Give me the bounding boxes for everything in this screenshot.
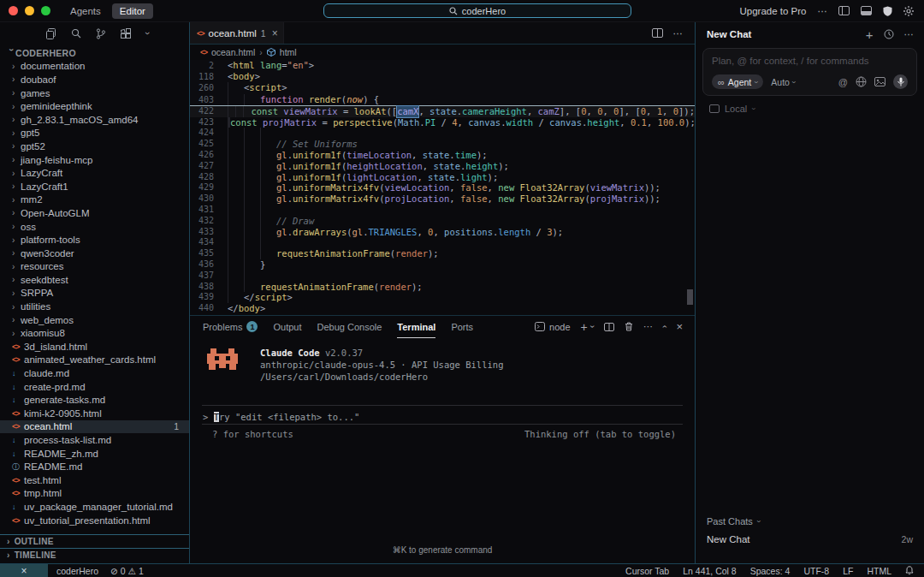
status-utf-8[interactable]: UTF-8: [803, 566, 829, 576]
tree-file[interactable]: <>tmp.html: [0, 487, 189, 501]
tree-folder[interactable]: ›doubaof: [0, 73, 189, 86]
tree-folder[interactable]: ›Open-AutoGLM: [0, 206, 189, 220]
past-chats-header[interactable]: Past Chats ›: [707, 516, 913, 526]
upgrade-to-pro-button[interactable]: Upgrade to Pro: [740, 6, 807, 16]
toggle-panel-icon[interactable]: [861, 6, 872, 15]
status-cursor-tab[interactable]: Cursor Tab: [625, 566, 669, 576]
maximize-panel-chevron-icon[interactable]: ›: [660, 325, 669, 328]
tree-file[interactable]: ↓process-task-list.md: [0, 433, 189, 447]
tree-folder[interactable]: ›documentation: [0, 60, 189, 74]
sidebar-section-timeline[interactable]: ›TIMELINE: [0, 548, 189, 562]
toggle-sidebar-icon[interactable]: [838, 6, 850, 15]
tree-file[interactable]: ↓README_zh.md: [0, 447, 189, 461]
tree-folder[interactable]: ›jiang-feishu-mcp: [0, 153, 189, 167]
search-sidebar-icon[interactable]: [71, 28, 81, 39]
explorer-icon[interactable]: [46, 28, 56, 39]
close-panel-icon[interactable]: ×: [676, 320, 683, 333]
tree-folder[interactable]: ›xiaomisu8: [0, 326, 189, 340]
tree-folder[interactable]: ›SRPPA: [0, 287, 189, 300]
terminal-prompt-input[interactable]: > Try "edit <filepath> to...": [203, 412, 359, 422]
chat-more-actions-icon[interactable]: ⋯: [904, 28, 915, 40]
tree-folder[interactable]: ›geminideepthink: [0, 99, 189, 113]
chat-input-placeholder[interactable]: Plan, @ for context, / for commands: [712, 56, 908, 66]
status-ln-441-col-8[interactable]: Ln 441, Col 8: [683, 566, 736, 576]
split-editor-icon[interactable]: [652, 28, 663, 38]
web-globe-icon[interactable]: [856, 76, 867, 87]
tree-folder[interactable]: ›gpt5: [0, 127, 189, 140]
tree-file[interactable]: ↓claude.md: [0, 366, 189, 380]
tree-folder[interactable]: ›resources: [0, 260, 189, 274]
source-control-icon[interactable]: [96, 28, 106, 39]
shield-icon[interactable]: [883, 6, 892, 16]
mode-tab-editor[interactable]: Editor: [112, 3, 153, 19]
tree-folder[interactable]: ›LazyCraft: [0, 166, 189, 180]
remote-indicator[interactable]: ×: [0, 564, 48, 577]
tree-file[interactable]: <>uv_tutorial_presentation.html: [0, 514, 189, 527]
code-editor[interactable]: 422const viewMatrix = lookAt([camX, stat…: [190, 106, 695, 315]
tree-folder[interactable]: ›qwen3coder: [0, 247, 189, 260]
more-views-chevron-icon[interactable]: ›: [143, 32, 153, 35]
voice-mic-icon[interactable]: [893, 74, 908, 89]
past-chat-item[interactable]: New Chat2w: [707, 534, 913, 544]
settings-gear-icon[interactable]: [903, 6, 914, 16]
terminal-dropdown-chevron-icon[interactable]: ›: [588, 325, 597, 328]
status-lf[interactable]: LF: [843, 566, 853, 576]
status-spaces-4[interactable]: Spaces: 4: [750, 566, 791, 576]
new-terminal-button[interactable]: +: [581, 320, 588, 334]
editor-more-actions-icon[interactable]: ⋯: [673, 27, 684, 39]
tree-file[interactable]: <>kimi-k2-0905.html: [0, 407, 189, 420]
zoom-window-button[interactable]: [41, 6, 50, 15]
tree-file[interactable]: ↓uv_package_manager_tutorial.md: [0, 500, 189, 514]
tree-folder[interactable]: ›web_demos: [0, 313, 189, 327]
kill-terminal-trash-icon[interactable]: [625, 322, 633, 331]
tree-root[interactable]: › CODERHERO: [0, 46, 189, 60]
problems-status[interactable]: ⊘ 0 ⚠ 1: [110, 566, 144, 576]
more-actions-icon[interactable]: ⋯: [818, 5, 828, 17]
mention-icon[interactable]: @: [838, 77, 848, 87]
tree-file[interactable]: <>test.html: [0, 473, 189, 487]
tab-ocean-html[interactable]: <> ocean.html 1 ×: [190, 22, 284, 44]
notifications-bell-icon[interactable]: [905, 566, 914, 575]
local-selector[interactable]: Local ›: [709, 104, 924, 114]
terminal-view[interactable]: Claude Code v2.0.37 anthropic/claude-opu…: [190, 338, 695, 563]
tab-close-icon[interactable]: ×: [272, 27, 278, 39]
model-selector[interactable]: Auto ›: [771, 77, 795, 87]
status-html[interactable]: HTML: [867, 566, 891, 576]
panel-tab-output[interactable]: Output: [273, 316, 301, 338]
breadcrumb-symbol[interactable]: html: [280, 47, 297, 57]
panel-more-actions-icon[interactable]: ⋯: [643, 321, 653, 332]
tree-file[interactable]: ↓create-prd.md: [0, 380, 189, 394]
tree-folder[interactable]: ›LazyCraft1: [0, 180, 189, 193]
agent-mode-selector[interactable]: ∞ Agent ›: [712, 74, 763, 89]
thinking-toggle-hint[interactable]: Thinking off (tab to toggle): [524, 429, 676, 439]
extensions-icon[interactable]: [121, 28, 132, 39]
tree-file[interactable]: ⓘREADME.md: [0, 460, 189, 473]
tree-folder[interactable]: ›seekdbtest: [0, 273, 189, 287]
tree-folder[interactable]: ›platform-tools: [0, 233, 189, 247]
tree-folder[interactable]: ›games: [0, 86, 189, 100]
chat-input-card[interactable]: Plan, @ for context, / for commands ∞ Ag…: [702, 48, 917, 96]
mode-tab-agents[interactable]: Agents: [62, 3, 109, 19]
attach-image-icon[interactable]: [874, 77, 886, 86]
tree-folder[interactable]: ›gpt52: [0, 140, 189, 153]
panel-tab-ports[interactable]: Ports: [451, 316, 473, 338]
tree-file[interactable]: ↓generate-tasks.md: [0, 393, 189, 407]
panel-tab-problems[interactable]: Problems1: [203, 316, 258, 338]
tree-file[interactable]: <>ocean.html1: [0, 420, 189, 434]
tree-folder[interactable]: ›utilities: [0, 300, 189, 313]
editor-scrollbar[interactable]: [687, 289, 693, 305]
chat-history-clock-icon[interactable]: [884, 29, 894, 39]
tree-file[interactable]: <>3d_island.html: [0, 340, 189, 354]
sidebar-section-outline[interactable]: ›OUTLINE: [0, 534, 189, 548]
breadcrumb-file[interactable]: ocean.html: [211, 47, 255, 57]
panel-tab-terminal[interactable]: Terminal: [397, 316, 435, 338]
tree-folder[interactable]: ›gh_2.83.1_macOS_amd64: [0, 113, 189, 127]
tree-file[interactable]: <>animated_weather_cards.html: [0, 354, 189, 367]
tree-folder[interactable]: ›oss: [0, 220, 189, 234]
new-chat-button[interactable]: +: [866, 27, 874, 42]
panel-tab-debug-console[interactable]: Debug Console: [317, 316, 382, 338]
command-center-search[interactable]: coderHero: [323, 3, 631, 18]
split-terminal-icon[interactable]: [604, 323, 614, 331]
tree-folder[interactable]: ›mm2: [0, 193, 189, 207]
close-window-button[interactable]: [9, 6, 18, 15]
